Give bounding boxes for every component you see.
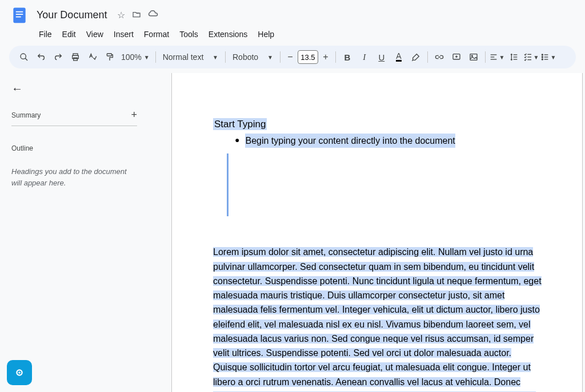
outline-heading: Outline xyxy=(11,144,137,152)
document-title[interactable]: Your Document xyxy=(37,9,107,21)
checklist-button[interactable]: ▼ xyxy=(523,49,539,65)
underline-button[interactable]: U xyxy=(374,49,390,65)
document-heading[interactable]: Start Typing xyxy=(213,118,267,130)
svg-rect-2 xyxy=(16,14,23,15)
svg-point-4 xyxy=(21,54,26,59)
svg-point-24 xyxy=(542,54,543,55)
insert-link-button[interactable] xyxy=(431,49,447,65)
explore-button[interactable] xyxy=(7,360,32,385)
align-button[interactable]: ▼ xyxy=(489,49,505,65)
menu-insert[interactable]: Insert xyxy=(109,27,138,41)
menu-file[interactable]: File xyxy=(34,27,57,41)
menu-tools[interactable]: Tools xyxy=(175,27,203,41)
decrease-font-size-button[interactable]: − xyxy=(284,49,296,65)
move-icon[interactable] xyxy=(132,10,141,21)
svg-point-26 xyxy=(542,59,543,60)
document-page[interactable]: Start Typing ● Begin typing your content… xyxy=(171,73,583,392)
insert-image-button[interactable] xyxy=(466,49,482,65)
menu-bar: File Edit View Insert Format Tools Exten… xyxy=(9,27,576,41)
print-icon[interactable] xyxy=(67,49,83,65)
highlight-color-button[interactable] xyxy=(408,49,424,65)
back-arrow-icon[interactable]: ← xyxy=(11,82,137,95)
outline-hint-text: Headings you add to the document will ap… xyxy=(11,166,137,188)
summary-heading: Summary xyxy=(11,111,41,119)
svg-rect-1 xyxy=(16,11,23,13)
italic-button[interactable]: I xyxy=(356,49,372,65)
font-size-input[interactable] xyxy=(298,50,318,64)
spellcheck-icon[interactable] xyxy=(85,49,101,65)
docs-logo-icon[interactable] xyxy=(9,5,30,25)
paint-format-icon[interactable] xyxy=(102,49,118,65)
cloud-icon[interactable] xyxy=(148,10,158,21)
increase-font-size-button[interactable]: + xyxy=(319,49,332,65)
svg-rect-3 xyxy=(16,17,21,18)
text-color-button[interactable]: A xyxy=(391,49,407,65)
toolbar: 100% ▼ Normal text ▼ Roboto ▼ − + B I U … xyxy=(9,46,576,68)
menu-extensions[interactable]: Extensions xyxy=(204,27,252,41)
svg-rect-9 xyxy=(107,54,111,56)
svg-point-25 xyxy=(542,56,543,58)
outline-sidebar: ← Summary + Outline Headings you add to … xyxy=(0,73,149,392)
add-summary-button[interactable]: + xyxy=(131,109,137,121)
svg-line-5 xyxy=(25,58,27,60)
menu-edit[interactable]: Edit xyxy=(58,27,81,41)
svg-point-14 xyxy=(471,55,472,56)
line-spacing-button[interactable] xyxy=(506,49,522,65)
font-select[interactable]: Roboto ▼ xyxy=(229,52,277,62)
paragraph-style-select[interactable]: Normal text ▼ xyxy=(159,52,222,62)
add-comment-button[interactable] xyxy=(448,49,464,65)
document-body[interactable]: Lorem ipsum dolor sit amet, consectetur … xyxy=(213,245,548,392)
bullet-icon: ● xyxy=(235,134,239,146)
document-canvas[interactable]: Start Typing ● Begin typing your content… xyxy=(149,73,585,392)
undo-icon[interactable] xyxy=(33,49,49,65)
document-bullet-text[interactable]: Begin typing your content directly into … xyxy=(245,134,455,148)
svg-rect-0 xyxy=(13,8,25,23)
bulleted-list-button[interactable]: ▼ xyxy=(540,49,556,65)
menu-format[interactable]: Format xyxy=(139,27,174,41)
zoom-select[interactable]: 100% ▼ xyxy=(119,52,152,62)
selection-cursor xyxy=(227,153,229,216)
menu-help[interactable]: Help xyxy=(253,27,279,41)
star-icon[interactable]: ☆ xyxy=(117,10,125,21)
bold-button[interactable]: B xyxy=(339,49,355,65)
redo-icon[interactable] xyxy=(50,49,66,65)
menu-view[interactable]: View xyxy=(82,27,108,41)
svg-point-31 xyxy=(18,371,21,374)
search-icon[interactable] xyxy=(16,49,32,65)
